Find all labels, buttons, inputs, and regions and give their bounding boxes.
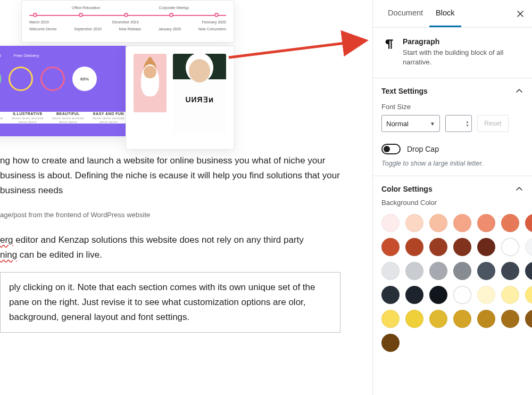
panel-text-settings: Text Settings Font Size Normal ▼ ▲▼ Rese… (373, 78, 532, 176)
editor-canvas[interactable]: Office Relocation Corporate Meetup March… (0, 0, 372, 395)
progress-ring (0, 67, 1, 91)
color-swatch[interactable] (429, 238, 447, 256)
color-swatch[interactable] (525, 310, 532, 328)
timeline-month: March 2019 (29, 20, 49, 24)
timeline-label: Corporate Meetup (159, 6, 189, 10)
color-swatch[interactable] (525, 238, 532, 256)
color-swatch[interactable] (381, 238, 400, 256)
reset-button[interactable]: Reset (477, 115, 509, 132)
color-swatch[interactable] (381, 310, 400, 328)
color-swatch[interactable] (525, 262, 532, 280)
color-swatch[interactable] (405, 214, 423, 232)
color-swatch[interactable] (477, 214, 495, 232)
feature-label: EASY AND FUNDenim denim denimda denim de… (89, 112, 128, 124)
hero-preview: Office Relocation Corporate Meetup March… (0, 0, 372, 149)
preview-card-photos (126, 46, 235, 150)
timeline-sub: New Release (119, 27, 142, 31)
feature-label: ILLUSTRATIVEDenim denim denimda denim de… (9, 112, 47, 124)
block-subtitle: Start with the building block of all nar… (403, 48, 523, 67)
color-swatch[interactable] (501, 310, 519, 328)
color-swatch[interactable] (477, 286, 495, 304)
color-swatch[interactable] (525, 286, 532, 304)
color-swatch[interactable] (429, 262, 447, 280)
color-swatch[interactable] (453, 238, 471, 256)
preview-card-labels: CREATIVEDenim denim denimda denim denim … (0, 112, 128, 124)
paragraph-icon (381, 37, 395, 51)
color-swatch[interactable] (405, 310, 423, 328)
feature-item: 24/7 Support (0, 53, 1, 58)
color-swatch[interactable] (405, 238, 423, 256)
paragraph-block[interactable]: erg editor and Kenzap solutions this web… (0, 233, 340, 262)
color-swatch[interactable] (381, 214, 400, 232)
font-size-number-input[interactable]: ▲▼ (445, 115, 472, 132)
stepper-icon: ▲▼ (466, 120, 469, 127)
feature-label: BEAUTIFULDenim denim denimda denim denim (49, 112, 87, 124)
annotation-arrow (229, 38, 372, 62)
background-color-label: Background Color (381, 199, 523, 207)
timeline-sub: January 2020 (159, 27, 181, 31)
panel-toggle-text-settings[interactable]: Text Settings (381, 87, 523, 95)
drop-cap-label: Drop Cap (407, 145, 439, 153)
timeline-month: December 2019 (112, 20, 139, 24)
settings-sidebar: Document Block Paragraph Start with the … (372, 0, 532, 395)
preview-card-timeline: Office Relocation Corporate Meetup March… (21, 0, 234, 43)
color-swatch[interactable] (453, 286, 471, 304)
color-swatch[interactable] (381, 262, 400, 280)
color-swatch[interactable] (501, 286, 519, 304)
block-title: Paragraph (403, 37, 523, 46)
font-size-value: Normal (386, 120, 409, 128)
selected-paragraph-block[interactable]: ply clicking on it. Note that each secti… (0, 272, 340, 333)
timeline-sub: September 2019 (74, 27, 102, 31)
spellcheck-mark: erg (0, 235, 13, 245)
font-size-select[interactable]: Normal ▼ (381, 115, 440, 132)
font-size-label: Font Size (381, 103, 523, 111)
panel-color-settings: Color Settings Background Color (373, 176, 532, 366)
tab-block[interactable]: Block (429, 0, 461, 27)
timeline-line (29, 13, 226, 18)
spellcheck-mark: ning (0, 250, 17, 260)
progress-ring: 83% (72, 67, 97, 91)
color-swatch[interactable] (429, 286, 447, 304)
photo-thumbnail (134, 54, 167, 112)
progress-ring (9, 67, 33, 91)
block-description: Paragraph Start with the building block … (373, 28, 532, 78)
color-swatch[interactable] (381, 286, 400, 304)
paragraph-text[interactable]: ply clicking on it. Note that each secti… (9, 280, 331, 325)
tab-document[interactable]: Document (381, 0, 429, 27)
drop-cap-toggle[interactable] (381, 144, 401, 154)
color-swatch[interactable] (453, 262, 471, 280)
color-swatch[interactable] (501, 214, 519, 232)
panel-title: Text Settings (381, 87, 428, 95)
color-swatch[interactable] (453, 310, 471, 328)
color-swatch[interactable] (525, 214, 532, 232)
photo-thumbnail (173, 54, 226, 134)
chevron-up-icon (515, 87, 523, 95)
feature-item: Free Delivery (14, 53, 39, 58)
drop-cap-hint: Toggle to show a large initial letter. (381, 160, 523, 167)
chevron-up-icon (515, 185, 523, 193)
caret-down-icon: ▼ (430, 121, 435, 127)
feature-label: CREATIVEDenim denim denimda denim denim (0, 112, 6, 124)
color-swatch[interactable] (453, 214, 471, 232)
timeline-month: February 2020 (202, 20, 226, 24)
sidebar-tabs: Document Block (373, 0, 532, 28)
svg-line-0 (229, 40, 366, 57)
color-swatch[interactable] (405, 262, 423, 280)
color-swatch[interactable] (477, 310, 495, 328)
color-swatch[interactable] (429, 310, 447, 328)
panel-toggle-color-settings[interactable]: Color Settings (381, 185, 523, 193)
color-swatch[interactable] (501, 262, 519, 280)
timeline-sub: Welcome Dinner (29, 27, 57, 31)
close-icon[interactable] (513, 6, 528, 21)
color-swatch[interactable] (477, 262, 495, 280)
color-swatch[interactable] (477, 238, 495, 256)
paragraph-block[interactable]: ng how to create and launch a website fo… (0, 153, 340, 198)
image-caption: age/post from the frontend of WordPress … (0, 211, 372, 219)
color-swatch-grid (381, 214, 523, 352)
color-swatch[interactable] (501, 238, 519, 256)
color-swatch[interactable] (405, 286, 423, 304)
timeline-sub: New Cofounders (198, 27, 226, 31)
panel-title: Color Settings (381, 185, 433, 193)
color-swatch[interactable] (381, 334, 400, 352)
color-swatch[interactable] (429, 214, 447, 232)
